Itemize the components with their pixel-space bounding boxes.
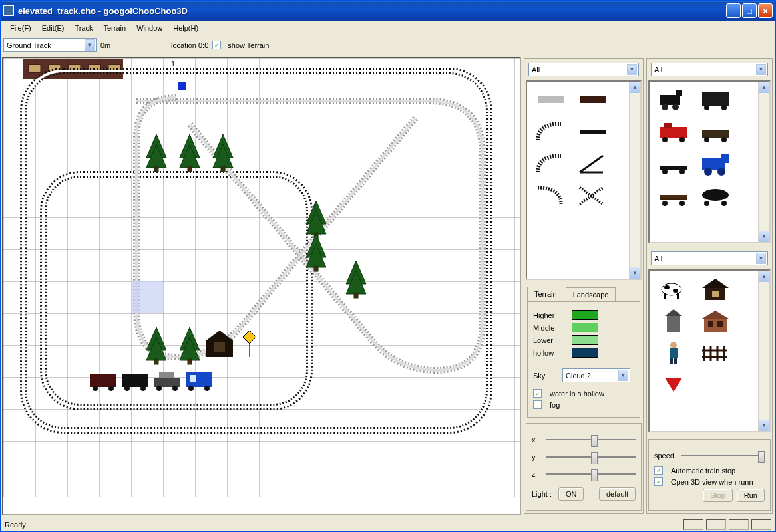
tower-icon[interactable] bbox=[655, 308, 691, 334]
level-lower-swatch[interactable] bbox=[572, 335, 598, 345]
fog-checkbox[interactable] bbox=[533, 400, 542, 409]
svg-point-76 bbox=[679, 169, 685, 174]
level-higher-label: Higher bbox=[533, 311, 566, 319]
menu-edit[interactable]: Edit(E) bbox=[37, 22, 70, 34]
track-curve-icon[interactable] bbox=[532, 119, 569, 146]
svg-rect-46 bbox=[122, 374, 148, 387]
statusbar: Ready bbox=[1, 517, 775, 531]
svg-point-87 bbox=[721, 201, 727, 206]
svg-point-102 bbox=[670, 342, 677, 348]
status-well bbox=[683, 519, 703, 530]
svg-point-84 bbox=[679, 201, 685, 206]
level-higher-swatch[interactable] bbox=[572, 310, 598, 320]
flatcar-icon[interactable] bbox=[655, 151, 691, 178]
track-switch-icon[interactable] bbox=[574, 151, 611, 178]
menubar: File(F) Edit(E) Track Terrain Window Hel… bbox=[1, 21, 775, 35]
house-dark-icon[interactable] bbox=[697, 276, 733, 303]
svg-rect-50 bbox=[159, 372, 174, 378]
sky-select[interactable]: Cloud 2 ▼ bbox=[562, 368, 630, 382]
train-filter-select[interactable]: All ▼ bbox=[651, 63, 768, 76]
svg-marker-96 bbox=[665, 309, 682, 316]
speed-slider[interactable] bbox=[681, 449, 765, 462]
cow-icon[interactable] bbox=[655, 276, 691, 303]
menu-window[interactable]: Window bbox=[131, 22, 168, 34]
transform-sliders: x y z Light : ON default bbox=[526, 423, 642, 511]
steam-loco-icon[interactable] bbox=[655, 87, 691, 114]
track-curve3-icon[interactable] bbox=[532, 183, 569, 209]
open3d-checkbox[interactable]: ✓ bbox=[654, 477, 663, 486]
track-bridge-icon[interactable] bbox=[574, 87, 611, 114]
close-button[interactable]: × bbox=[758, 3, 773, 18]
svg-rect-81 bbox=[660, 195, 687, 198]
run-button[interactable]: Run bbox=[737, 489, 765, 502]
stop-button[interactable]: Stop bbox=[703, 489, 733, 502]
track-scrollbar[interactable]: ▲▼ bbox=[629, 82, 640, 279]
track-filter-select[interactable]: All ▼ bbox=[528, 63, 639, 76]
svg-rect-67 bbox=[660, 127, 687, 138]
height-readout: 0m bbox=[100, 41, 167, 49]
track-piece-palette[interactable]: ▲▼ bbox=[526, 80, 642, 280]
train-scrollbar[interactable]: ▲▼ bbox=[758, 82, 769, 242]
chevron-down-icon: ▼ bbox=[756, 64, 766, 75]
svg-point-45 bbox=[108, 386, 114, 391]
tank-car-icon[interactable] bbox=[697, 183, 733, 209]
track-layer-select[interactable]: Ground Track ▼ bbox=[3, 38, 97, 52]
show-terrain-checkbox[interactable]: ✓ bbox=[212, 41, 221, 49]
menu-terrain[interactable]: Terrain bbox=[98, 22, 132, 34]
fence-icon[interactable] bbox=[697, 340, 733, 366]
minimize-button[interactable]: _ bbox=[726, 3, 741, 18]
svg-point-69 bbox=[662, 137, 668, 142]
svg-rect-17 bbox=[154, 166, 158, 172]
tab-terrain[interactable]: Terrain bbox=[527, 287, 564, 301]
z-slider[interactable] bbox=[546, 467, 636, 481]
svg-point-80 bbox=[717, 168, 725, 176]
menu-track[interactable]: Track bbox=[69, 22, 98, 34]
svg-rect-74 bbox=[660, 166, 687, 170]
person-icon[interactable] bbox=[655, 340, 691, 366]
svg-rect-35 bbox=[154, 359, 158, 364]
landscape-pane: Higher Middle Lower hollow Sky Cloud 2 ▼… bbox=[527, 301, 640, 418]
svg-point-52 bbox=[172, 386, 178, 391]
object-filter-select[interactable]: All ▼ bbox=[651, 251, 768, 265]
speed-label: speed bbox=[654, 452, 674, 460]
toolbar: Ground Track ▼ 0m location 0:0 ✓ show Te… bbox=[1, 35, 775, 55]
object-palette[interactable]: ▲▼ bbox=[648, 269, 771, 432]
light-label: Light : bbox=[532, 490, 552, 498]
train-palette[interactable]: ▲▼ bbox=[648, 80, 771, 243]
menu-help[interactable]: Help(H) bbox=[168, 22, 204, 34]
level-middle-swatch[interactable] bbox=[572, 323, 598, 332]
menu-file[interactable]: File(F) bbox=[5, 22, 37, 34]
water-checkbox[interactable]: ✓ bbox=[533, 389, 542, 398]
log-car-icon[interactable] bbox=[655, 183, 691, 209]
tab-landscape[interactable]: Landscape bbox=[566, 287, 616, 301]
light-toggle-button[interactable]: ON bbox=[558, 487, 584, 501]
track-straight-icon[interactable] bbox=[532, 87, 569, 114]
svg-rect-58 bbox=[580, 96, 606, 103]
blue-loco-icon[interactable] bbox=[697, 151, 733, 178]
red-caboose-icon[interactable] bbox=[655, 119, 691, 146]
track-curve2-icon[interactable] bbox=[532, 151, 569, 178]
svg-rect-101 bbox=[717, 321, 723, 327]
y-slider[interactable] bbox=[546, 450, 636, 464]
yield-sign-icon[interactable] bbox=[655, 372, 691, 398]
svg-point-75 bbox=[662, 169, 668, 174]
house-brick-icon[interactable] bbox=[697, 308, 733, 334]
default-button[interactable]: default bbox=[599, 487, 636, 501]
object-scrollbar[interactable]: ▲▼ bbox=[758, 271, 769, 431]
level-hollow-swatch[interactable] bbox=[572, 348, 598, 358]
svg-rect-43 bbox=[90, 374, 116, 387]
track-cross-icon[interactable] bbox=[574, 183, 611, 209]
track-straight2-icon[interactable] bbox=[574, 119, 611, 146]
x-slider[interactable] bbox=[546, 433, 636, 446]
y-label: y bbox=[532, 453, 540, 461]
open3d-label: Open 3D view when runn bbox=[671, 478, 753, 486]
svg-point-73 bbox=[721, 137, 727, 142]
layout-canvas[interactable]: 1 bbox=[2, 57, 521, 515]
boxcar-icon[interactable] bbox=[697, 87, 733, 114]
gondola-icon[interactable] bbox=[697, 119, 733, 146]
svg-point-61 bbox=[662, 104, 668, 110]
svg-rect-60 bbox=[660, 95, 680, 105]
auto-stop-checkbox[interactable]: ✓ bbox=[654, 466, 663, 475]
maximize-button[interactable]: □ bbox=[742, 3, 757, 18]
window-title: elevated_track.cho - googolChooChoo3D bbox=[18, 6, 726, 16]
